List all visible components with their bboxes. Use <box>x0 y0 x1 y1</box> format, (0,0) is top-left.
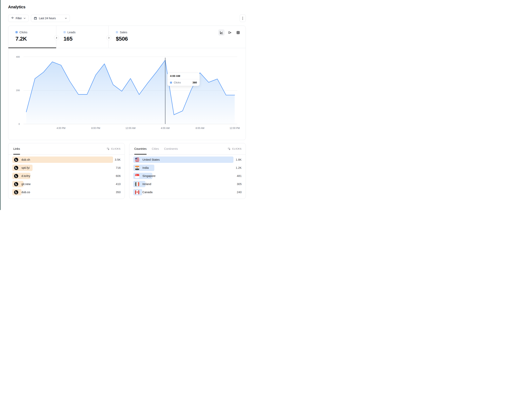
x-axis-labels: 4:00 PM8:00 PM12:00 AM4:00 AM8:00 AM12:0… <box>57 127 240 130</box>
list-item-label: United States <box>142 158 160 161</box>
clicks-value: 7.2K <box>15 36 56 42</box>
list-item[interactable]: dub.sh3.5K <box>12 157 121 163</box>
list-item-label: d.to/try <box>22 174 30 178</box>
dub-logo-icon <box>14 174 18 178</box>
toolbar: Filter Last 24 hours <box>8 14 246 22</box>
svg-text:4:00 PM: 4:00 PM <box>57 127 66 130</box>
links-list: dub.sh3.5Kspti.fyi716d.to/try606git.new4… <box>8 154 125 195</box>
svg-text:8:00 PM: 8:00 PM <box>91 127 100 130</box>
sales-value: $506 <box>116 36 162 42</box>
clicks-legend-square <box>15 31 18 33</box>
leads-value: 165 <box>63 36 109 42</box>
list-item[interactable]: India1.2K <box>133 165 242 171</box>
stat-tab-clicks[interactable]: Clicks 7.2K <box>8 26 56 48</box>
y-axis-labels: 4002000 <box>16 56 20 125</box>
countries-metric-selector[interactable]: CLICKS <box>228 147 242 150</box>
list-item[interactable]: d.to/try606 <box>12 173 121 179</box>
svg-text:8:00 AM: 8:00 AM <box>196 127 204 130</box>
expand-clicks-button[interactable] <box>54 35 59 40</box>
list-item[interactable]: United States1.8K <box>133 157 242 163</box>
filter-button[interactable]: Filter <box>8 15 29 22</box>
list-item-label: Canada <box>142 191 153 194</box>
list-item-label: Singapore <box>142 174 156 178</box>
list-item-value: 350 <box>116 191 121 194</box>
tab-continents[interactable]: Continents <box>164 143 178 154</box>
list-item-value: 240 <box>237 191 242 194</box>
flag-in-icon <box>135 166 139 170</box>
date-range-label: Last 24 hours <box>39 17 56 20</box>
line-chart-icon[interactable] <box>218 29 224 36</box>
sales-legend-square <box>116 31 118 33</box>
list-item-label: India <box>142 166 149 169</box>
chart-view-toggle <box>218 29 241 36</box>
list-item-value: 1.2K <box>236 166 242 169</box>
svg-text:12:00 PM: 12:00 PM <box>230 127 240 130</box>
page-title: Analytics <box>8 5 246 9</box>
list-item[interactable]: git.new410 <box>12 181 121 187</box>
cursor-click-icon <box>107 147 110 150</box>
table-icon[interactable] <box>235 29 241 36</box>
stat-tab-leads[interactable]: Leads 165 <box>56 26 109 48</box>
expand-leads-button[interactable] <box>106 35 111 40</box>
flag-sg-icon <box>135 174 139 178</box>
funnel-chart-icon[interactable] <box>226 29 233 36</box>
svg-text:12:00 AM: 12:00 AM <box>125 127 135 130</box>
countries-metric-label: CLICKS <box>232 148 242 150</box>
list-item-label: dub.co <box>22 191 30 194</box>
chevron-down-icon <box>65 17 67 19</box>
list-item-label: git.new <box>22 182 30 186</box>
dub-logo-icon <box>14 190 18 194</box>
analytics-card: Clicks 7.2K Leads 165 Sales $506 <box>8 26 246 140</box>
list-item[interactable]: spti.fyi716 <box>12 165 121 171</box>
stat-tab-sales[interactable]: Sales $506 <box>109 26 162 48</box>
list-item[interactable]: Canada240 <box>133 189 242 195</box>
links-card-header: Links CLICKS <box>8 143 125 154</box>
date-range-button[interactable]: Last 24 hours <box>31 15 70 22</box>
area-fill <box>26 60 235 124</box>
list-item-label: Ireland <box>142 182 151 186</box>
links-metric-label: CLICKS <box>111 148 121 150</box>
links-metric-selector[interactable]: CLICKS <box>107 147 121 150</box>
links-card: Links CLICKS dub.sh3.5Kspti.fyi716d.to/t… <box>8 143 125 199</box>
svg-text:400: 400 <box>16 56 20 58</box>
list-item-value: 1.8K <box>236 158 242 161</box>
list-item[interactable]: dub.co350 <box>12 189 121 195</box>
countries-card-header: Countries Cities Continents CLICKS <box>129 143 246 154</box>
stat-tab-label: Leads <box>67 30 75 34</box>
list-item-value: 716 <box>116 166 121 169</box>
stat-tab-label: Clicks <box>19 30 27 34</box>
chart-tooltip: 4:00 AM Clicks 380 <box>167 73 200 86</box>
list-item[interactable]: Ireland305 <box>133 181 242 187</box>
cursor-click-icon <box>228 147 231 150</box>
list-item-value: 481 <box>237 174 242 178</box>
calendar-icon <box>34 17 37 20</box>
tooltip-series-label: Clicks <box>174 81 181 84</box>
chevron-down-icon <box>23 17 26 19</box>
tab-countries[interactable]: Countries <box>134 143 147 154</box>
list-item[interactable]: Singapore481 <box>133 173 242 179</box>
leads-legend-square <box>63 31 66 33</box>
more-options-button[interactable] <box>240 14 246 22</box>
list-item-value: 3.5K <box>115 158 121 161</box>
dub-logo-icon <box>14 166 18 170</box>
tab-cities[interactable]: Cities <box>152 143 159 154</box>
stat-tabs: Clicks 7.2K Leads 165 Sales $506 <box>8 26 246 48</box>
filter-button-label: Filter <box>16 17 22 20</box>
dub-logo-icon <box>14 158 18 162</box>
flag-us-icon <box>135 158 139 162</box>
analytics-page: Analytics Filter <box>0 0 254 210</box>
tab-links[interactable]: Links <box>13 143 20 154</box>
svg-text:0: 0 <box>19 123 20 125</box>
dub-logo-icon <box>14 182 18 186</box>
tooltip-time: 4:00 AM <box>167 73 200 79</box>
filter-icon <box>11 17 14 20</box>
left-edge-strip <box>0 0 0 210</box>
tooltip-legend-square <box>170 82 172 84</box>
flag-ie-icon <box>135 182 139 186</box>
svg-text:200: 200 <box>16 89 20 92</box>
flag-ca-icon <box>135 190 139 194</box>
tooltip-value: 380 <box>192 81 197 84</box>
list-item-value: 606 <box>116 174 121 178</box>
svg-text:4:00 AM: 4:00 AM <box>161 127 170 130</box>
clicks-area-chart[interactable]: 4002000 4:00 PM8:00 PM12:00 AM4:00 AM8:0… <box>8 48 246 140</box>
